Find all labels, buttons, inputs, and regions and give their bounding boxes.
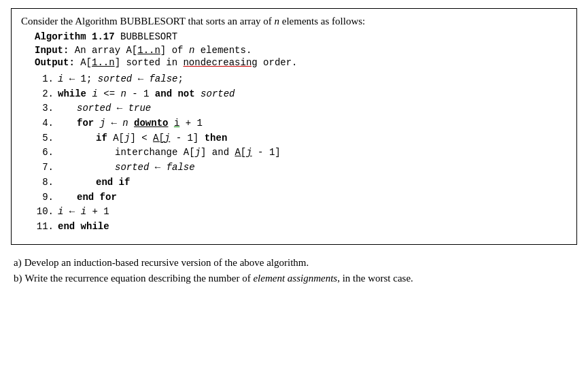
line-number: 3.	[35, 101, 54, 116]
question-a-text: Develop an induction-based recursive ver…	[24, 257, 574, 269]
line-content: if A[j] < A[j - 1] then	[96, 131, 227, 146]
line-content: end while	[58, 220, 109, 235]
code-line-9: 9. end for	[35, 190, 567, 205]
line-content: while i <= n - 1 and not sorted	[58, 87, 235, 102]
output-text: A[1..n] sorted in nondecreasing order.	[80, 57, 297, 68]
line-number: 11.	[35, 220, 54, 235]
line-content: interchange A[j] and A[j - 1]	[115, 146, 281, 160]
intro-paragraph: Consider the Algorithm BUBBLESORT that s…	[21, 16, 567, 27]
input-text: An array A[1..n] of n elements.	[75, 45, 252, 56]
question-a: a) Develop an induction-based recursive …	[14, 257, 574, 269]
output-label: Output:	[35, 57, 75, 68]
algorithm-name: BUBBLESORT	[120, 31, 177, 42]
question-a-label: a)	[14, 257, 22, 269]
code-line-8: 8. end if	[35, 175, 567, 190]
line-content: for j ← n downto i + 1	[77, 116, 203, 131]
code-line-2: 2. while i <= n - 1 and not sorted	[35, 87, 567, 102]
line-content: end if	[96, 175, 130, 190]
questions-section: a) Develop an induction-based recursive …	[11, 257, 577, 284]
problem-container: Consider the Algorithm BUBBLESORT that s…	[11, 8, 577, 245]
line-number: 2.	[35, 87, 54, 102]
algorithm-header: Algorithm 1.17 BUBBLESORT	[35, 31, 567, 42]
input-label: Input:	[35, 45, 69, 56]
question-b-text: Write the recurrence equation describing…	[25, 273, 575, 284]
line-content: i ← 1; sorted ← false;	[58, 72, 184, 87]
code-line-10: 10. i ← i + 1	[35, 205, 567, 220]
code-block: 1. i ← 1; sorted ← false; 2. while i <= …	[35, 72, 567, 235]
line-content: sorted ← true	[77, 101, 151, 116]
code-line-6: 6. interchange A[j] and A[j - 1]	[35, 146, 567, 160]
line-content: i ← i + 1	[58, 205, 109, 220]
line-number: 5.	[35, 131, 54, 146]
line-content: sorted ← false	[115, 160, 195, 175]
output-line: Output: A[1..n] sorted in nondecreasing …	[35, 57, 567, 68]
line-number: 4.	[35, 116, 54, 131]
code-line-5: 5. if A[j] < A[j - 1] then	[35, 131, 567, 146]
code-line-3: 3. sorted ← true	[35, 101, 567, 116]
input-line: Input: An array A[1..n] of n elements.	[35, 45, 567, 56]
line-number: 9.	[35, 190, 54, 205]
line-number: 10.	[35, 205, 54, 220]
code-line-4: 4. for j ← n downto i + 1	[35, 116, 567, 131]
code-line-11: 11. end while	[35, 220, 567, 235]
question-b-label: b)	[14, 273, 22, 284]
line-content: end for	[77, 190, 117, 205]
question-b: b) Write the recurrence equation describ…	[14, 273, 574, 284]
line-number: 6.	[35, 146, 54, 160]
line-number: 7.	[35, 160, 54, 175]
line-number: 8.	[35, 175, 54, 190]
code-line-1: 1. i ← 1; sorted ← false;	[35, 72, 567, 87]
algorithm-label: Algorithm 1.17	[35, 31, 115, 42]
line-number: 1.	[35, 72, 54, 87]
code-line-7: 7. sorted ← false	[35, 160, 567, 175]
n-variable: n	[275, 16, 280, 27]
